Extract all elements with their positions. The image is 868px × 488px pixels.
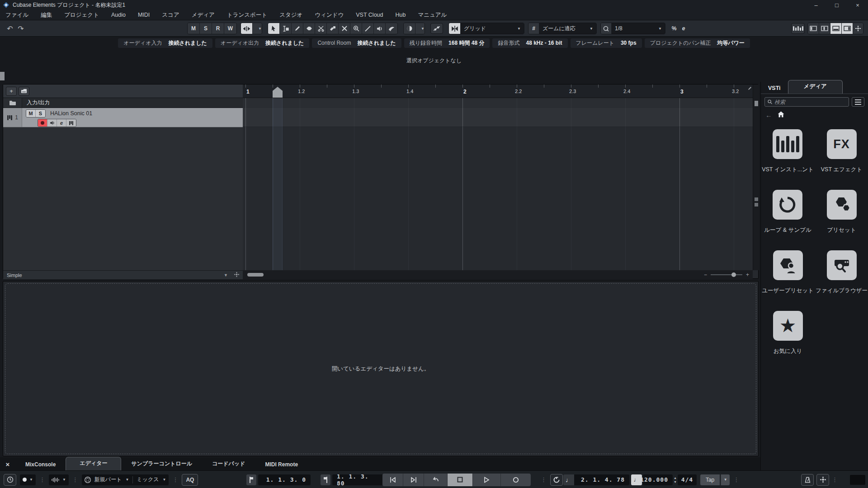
write-automation-button[interactable]: W — [224, 23, 236, 34]
record-button[interactable] — [501, 474, 531, 486]
menu-scores[interactable]: スコア — [162, 11, 179, 19]
range-selection-icon[interactable] — [280, 23, 292, 34]
solo-all-button[interactable]: S — [200, 23, 212, 34]
audio-record-mode-group[interactable]: ▼ — [20, 474, 36, 485]
menu-hub[interactable]: Hub — [396, 12, 406, 18]
list-view-icon[interactable] — [852, 97, 864, 107]
object-selection-icon[interactable] — [268, 23, 280, 34]
automation-panel-icon[interactable] — [430, 23, 443, 34]
menu-window[interactable]: ウィンドウ — [315, 11, 344, 19]
horizontal-scrollbar[interactable]: − + — [243, 270, 753, 279]
drag-handle[interactable]: ⋮ — [72, 476, 78, 483]
tab-chord-pads[interactable]: コードパッド — [202, 457, 255, 470]
snap-icon[interactable] — [449, 23, 461, 34]
instrument-button[interactable] — [66, 119, 76, 127]
menu-media[interactable]: メディア — [192, 11, 215, 19]
time-format-icon[interactable]: ♩ — [563, 474, 574, 485]
maximize-button[interactable]: □ — [826, 0, 847, 10]
horizontal-scroll-thumb[interactable] — [247, 273, 264, 277]
menu-file[interactable]: ファイル — [5, 11, 28, 19]
tile-presets[interactable]: プリセット — [827, 190, 857, 234]
tab-vsti[interactable]: VSTi — [761, 83, 788, 94]
read-automation-button[interactable]: R — [212, 23, 224, 34]
add-track-button[interactable]: + — [6, 87, 17, 96]
go-to-start-button[interactable] — [382, 474, 403, 486]
left-divider-handle[interactable] — [0, 72, 5, 80]
undo-icon[interactable]: ↶ — [5, 24, 15, 33]
vertical-zoom-handle[interactable] — [755, 203, 758, 206]
cycle-return-button[interactable] — [424, 474, 448, 486]
lower-zone-close-icon[interactable]: × — [0, 460, 15, 470]
primary-time-display[interactable]: 2. 1. 4. 78 — [574, 474, 629, 485]
iterative-quantize-icon[interactable]: % — [669, 25, 679, 32]
back-arrow-icon[interactable]: ← — [765, 111, 772, 119]
zoom-mode-dropdown[interactable]: ズームに適応▼ — [539, 23, 596, 34]
record-enable-button[interactable] — [38, 119, 47, 127]
tempo-display[interactable]: 120.000 — [643, 474, 673, 485]
right-locator-flag-icon[interactable] — [321, 474, 330, 485]
track-controls-preset[interactable]: Simple — [7, 272, 22, 278]
tab-media[interactable]: メディア — [788, 80, 843, 94]
inspector-toggle-icon[interactable] — [819, 23, 830, 34]
zoom-out-icon[interactable]: − — [704, 272, 707, 278]
grid-type-dropdown[interactable]: グリッド▼ — [461, 23, 524, 34]
tap-tempo-button[interactable]: Tap — [700, 474, 720, 485]
playhead-handle[interactable] — [273, 87, 283, 98]
menu-audio[interactable]: Audio — [111, 12, 126, 18]
open-quantize-panel-icon[interactable]: e — [679, 25, 688, 32]
menu-midi[interactable]: MIDI — [138, 12, 150, 18]
tempo-spinner[interactable]: ▲▼ — [674, 476, 677, 483]
tap-tempo-dropdown[interactable]: ▼ — [721, 474, 730, 485]
menu-manual[interactable]: マニュアル — [418, 11, 447, 19]
vertical-scrollbar[interactable] — [753, 84, 759, 270]
glue-icon[interactable] — [327, 23, 339, 34]
tab-sampler-control[interactable]: サンプラーコントロール — [121, 457, 202, 470]
menu-studio[interactable]: スタジオ — [279, 11, 302, 19]
tile-file-browser[interactable]: ファイルブラウザー — [816, 250, 868, 295]
menu-project[interactable]: プロジェクト — [64, 11, 99, 19]
vertical-zoom-handle[interactable] — [755, 197, 758, 201]
menu-transport[interactable]: トランスポート — [227, 11, 267, 19]
tab-mixconsole[interactable]: MixConsole — [15, 459, 66, 470]
close-button[interactable]: × — [847, 0, 868, 10]
track-name[interactable]: HALion Sonic 01 — [50, 110, 92, 117]
timeline-ruler[interactable]: 1 1.2 1.3 1.4 2 2.2 2.3 2.4 3 3.2 — [243, 84, 753, 98]
minimize-button[interactable]: – — [806, 0, 826, 10]
split-icon[interactable] — [315, 23, 327, 34]
track-preset-icon[interactable] — [19, 87, 29, 96]
go-to-end-button[interactable] — [403, 474, 424, 486]
play-button[interactable] — [473, 474, 501, 486]
zoom-slider-knob[interactable] — [731, 272, 736, 277]
drag-handle[interactable]: ⋮ — [541, 476, 547, 483]
tile-vst-effects[interactable]: FX VST エフェクト — [821, 129, 863, 174]
edit-instrument-button[interactable]: e — [57, 119, 66, 127]
line-icon[interactable] — [362, 23, 374, 34]
setup-toolbar-icon[interactable] — [853, 23, 863, 34]
drag-handle[interactable]: ⋮ — [733, 476, 739, 483]
color-menu-dropdown[interactable]: ▼ — [415, 23, 425, 34]
mute-icon[interactable] — [339, 23, 350, 34]
tile-user-presets[interactable]: ユーザープリセット — [762, 250, 814, 295]
right-locator-display[interactable]: 1. 1. 3. 80 — [332, 474, 385, 485]
tile-favorites[interactable]: ★ お気に入り — [773, 311, 803, 355]
left-locator-display[interactable]: 1. 1. 3. 0 — [258, 474, 311, 485]
media-search-input[interactable] — [774, 99, 846, 105]
ruler-edit-icon[interactable] — [748, 86, 752, 91]
erase-icon[interactable] — [303, 23, 315, 34]
mute-all-button[interactable]: M — [188, 23, 200, 34]
stop-button[interactable] — [448, 474, 473, 486]
play-tool-icon[interactable] — [374, 23, 386, 34]
metronome-icon[interactable] — [801, 474, 814, 486]
track-solo-button[interactable]: S — [36, 110, 45, 117]
cycle-toggle-icon[interactable] — [550, 474, 563, 486]
audio-cycle-record-group[interactable]: ▼ — [49, 474, 69, 485]
autoscroll-icon[interactable] — [241, 23, 253, 34]
auto-quantize-button[interactable]: AQ — [182, 474, 198, 486]
midi-record-mode-group[interactable]: 新規パート ▼ ミックス ▼ — [82, 474, 169, 485]
home-icon[interactable] — [778, 111, 784, 119]
track-controls-settings-icon[interactable] — [234, 272, 239, 278]
autoscroll-options-dropdown[interactable]: ▼ — [253, 23, 262, 34]
media-search-box[interactable] — [764, 97, 849, 107]
right-zone-toggle-icon[interactable] — [842, 23, 853, 34]
tab-editor[interactable]: エディター — [66, 457, 121, 470]
